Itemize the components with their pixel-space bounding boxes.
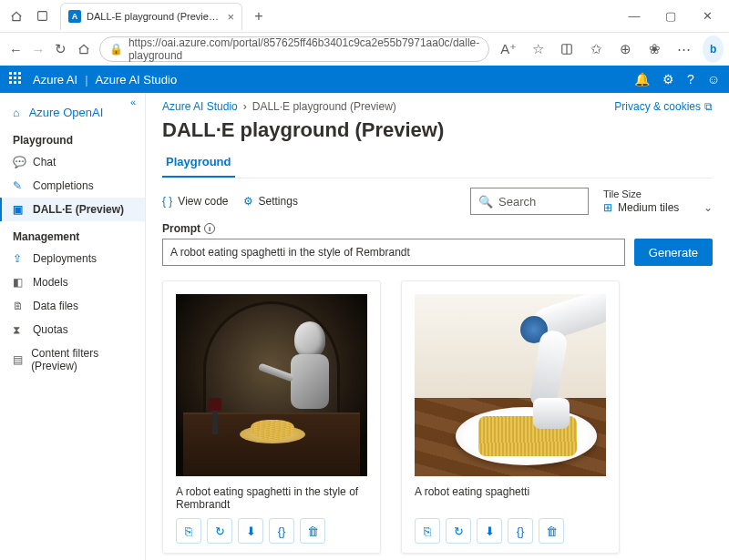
- regenerate-button[interactable]: ↻: [446, 518, 471, 544]
- lock-icon: 🔒: [109, 43, 123, 56]
- search-icon: 🔍: [478, 195, 493, 209]
- code-button[interactable]: {}: [508, 518, 533, 544]
- breadcrumb-current: DALL·E playground (Preview): [252, 100, 396, 113]
- read-aloud-icon[interactable]: A⁺: [495, 36, 522, 63]
- external-link-icon: ⧉: [704, 100, 713, 113]
- copy-button[interactable]: ⎘: [176, 518, 201, 544]
- toolbar: { } View code ⚙ Settings 🔍 Search Tile S…: [162, 178, 713, 215]
- copy-button[interactable]: ⎘: [415, 518, 440, 544]
- studio-label[interactable]: Azure AI Studio: [96, 73, 178, 87]
- info-icon[interactable]: i: [204, 223, 215, 234]
- prompt-input[interactable]: [162, 239, 625, 266]
- filter-icon: ▤: [13, 353, 24, 366]
- tabs-icon[interactable]: [29, 4, 55, 29]
- sub-tabs: Playground: [162, 149, 713, 178]
- breadcrumb-root[interactable]: Azure AI Studio: [162, 100, 238, 113]
- sidebar-item-contentfilters[interactable]: ▤ Content filters (Preview): [0, 341, 145, 378]
- browser-address-bar: ← → ↻ 🔒 https://oai.azure.com/portal/857…: [0, 33, 729, 66]
- sidebar-section-playground: Playground: [0, 125, 145, 150]
- more-icon[interactable]: ⋯: [670, 36, 697, 63]
- url-input[interactable]: 🔒 https://oai.azure.com/portal/857625ff4…: [99, 36, 489, 62]
- code-braces-icon: { }: [162, 195, 172, 208]
- models-icon: ◧: [13, 276, 26, 289]
- prompt-section: Prompt i Generate: [162, 222, 713, 266]
- view-code-button[interactable]: { } View code: [162, 195, 229, 208]
- sidebar-item-models[interactable]: ◧ Models: [0, 270, 145, 294]
- main-panel: Azure AI Studio › DALL·E playground (Pre…: [146, 93, 729, 560]
- browser-tab[interactable]: A DALL-E playground (Preview) | A... ×: [60, 3, 242, 30]
- gear-icon: ⚙: [243, 195, 253, 208]
- svg-rect-0: [37, 12, 46, 21]
- result-caption: A robot eating spaghetti in the style of…: [176, 485, 367, 511]
- close-window-button[interactable]: ✕: [689, 4, 725, 29]
- regenerate-button[interactable]: ↻: [207, 518, 232, 544]
- new-tab-button[interactable]: +: [246, 4, 272, 29]
- generate-button[interactable]: Generate: [634, 239, 713, 266]
- maximize-button[interactable]: ▢: [652, 4, 689, 29]
- extensions-icon[interactable]: ❀: [641, 36, 668, 63]
- sidebar-item-chat[interactable]: 💬 Chat: [0, 150, 145, 174]
- waffle-icon[interactable]: [9, 72, 24, 87]
- window-controls: ― ▢ ✕: [616, 4, 725, 29]
- minimize-button[interactable]: ―: [616, 4, 652, 29]
- browser-titlebar: A DALL-E playground (Preview) | A... × +…: [0, 0, 729, 33]
- delete-button[interactable]: 🗑: [539, 518, 564, 544]
- result-card: A robot eating spaghetti ⎘ ↻ ⬇ {} 🗑: [401, 280, 620, 554]
- brand-label[interactable]: Azure AI: [33, 73, 77, 87]
- card-toolbar: ⎘ ↻ ⬇ {} 🗑: [415, 518, 606, 544]
- sidebar-item-quotas[interactable]: ⧗ Quotas: [0, 318, 145, 341]
- files-icon: 🗎: [13, 300, 26, 312]
- generated-image[interactable]: [415, 294, 606, 476]
- feedback-icon[interactable]: ☺: [707, 72, 720, 87]
- favorite-icon[interactable]: ☆: [524, 36, 551, 63]
- generated-image[interactable]: [176, 294, 367, 476]
- download-button[interactable]: ⬇: [477, 518, 502, 544]
- content-area: « ⌂ Azure OpenAI Playground 💬 Chat ✎ Com…: [0, 93, 729, 560]
- refresh-button[interactable]: ↻: [50, 36, 71, 63]
- privacy-link[interactable]: Privacy & cookies ⧉: [614, 100, 713, 113]
- prompt-label: Prompt i: [162, 222, 713, 235]
- results-grid: A robot eating spaghetti in the style of…: [162, 280, 713, 554]
- bing-chat-button[interactable]: b: [703, 36, 724, 63]
- result-caption: A robot eating spaghetti: [415, 485, 606, 511]
- search-input[interactable]: 🔍 Search: [470, 188, 589, 215]
- url-text: https://oai.azure.com/portal/857625ff46b…: [128, 36, 479, 62]
- sidebar-item-completions[interactable]: ✎ Completions: [0, 174, 145, 198]
- favorites-icon[interactable]: ✩: [582, 36, 610, 63]
- home-button[interactable]: [73, 36, 94, 63]
- notifications-icon[interactable]: 🔔: [634, 72, 650, 87]
- forward-button: →: [28, 36, 49, 63]
- settings-gear-icon[interactable]: ⚙: [662, 72, 674, 87]
- completions-icon: ✎: [13, 179, 26, 192]
- sidebar-item-datafiles[interactable]: 🗎 Data files: [0, 294, 145, 318]
- settings-button[interactable]: ⚙ Settings: [243, 195, 298, 208]
- home-icon: ⌂: [13, 107, 26, 119]
- tab-title: DALL-E playground (Preview) | A...: [87, 11, 221, 22]
- download-button[interactable]: ⬇: [238, 518, 263, 544]
- separator: |: [85, 73, 87, 87]
- chevron-down-icon: ⌄: [703, 201, 713, 214]
- grid-icon: ⊞: [603, 201, 612, 214]
- tile-size-dropdown[interactable]: ⊞ Medium tiles ⌄: [603, 201, 713, 214]
- chevron-right-icon: ›: [243, 100, 247, 113]
- split-icon[interactable]: [553, 36, 580, 63]
- delete-button[interactable]: 🗑: [300, 518, 325, 544]
- tab-close-icon[interactable]: ×: [227, 10, 234, 24]
- back-button[interactable]: ←: [5, 36, 26, 63]
- sidebar-item-deployments[interactable]: ⇪ Deployments: [0, 247, 145, 270]
- help-icon[interactable]: ?: [687, 72, 694, 87]
- deployments-icon: ⇪: [13, 252, 26, 265]
- tab-playground[interactable]: Playground: [162, 149, 235, 178]
- tile-size-label: Tile Size: [603, 188, 713, 199]
- sidebar-section-management: Management: [0, 221, 145, 247]
- card-toolbar: ⎘ ↻ ⬇ {} 🗑: [176, 518, 367, 544]
- sidebar-item-dalle[interactable]: ▣ DALL·E (Preview): [0, 198, 145, 221]
- sidebar: « ⌂ Azure OpenAI Playground 💬 Chat ✎ Com…: [0, 93, 146, 560]
- breadcrumb: Azure AI Studio › DALL·E playground (Pre…: [162, 100, 713, 113]
- profile-icon[interactable]: [4, 4, 29, 29]
- collections-icon[interactable]: ⊕: [611, 36, 639, 63]
- code-button[interactable]: {}: [269, 518, 294, 544]
- chat-icon: 💬: [13, 156, 26, 168]
- collapse-sidebar-icon[interactable]: «: [130, 97, 136, 107]
- sidebar-brand[interactable]: ⌂ Azure OpenAI: [0, 100, 145, 125]
